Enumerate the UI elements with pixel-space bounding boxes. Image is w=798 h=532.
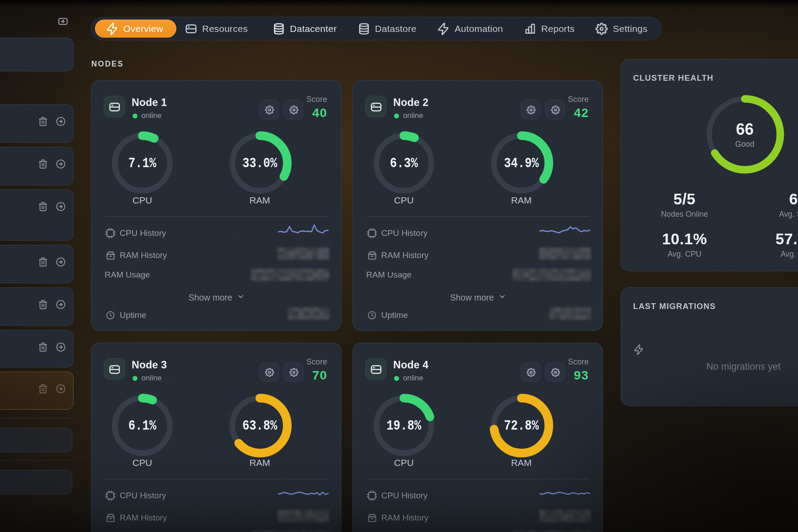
sidebar-item[interactable] — [0, 245, 74, 283]
arrow-right-circle-icon[interactable] — [55, 257, 66, 267]
trash-icon[interactable] — [38, 299, 48, 310]
node-settings-button[interactable] — [521, 362, 540, 382]
node-settings-button[interactable] — [521, 100, 540, 119]
sidebar-dropzone[interactable] — [0, 428, 72, 452]
meta-label: CPU History — [120, 228, 166, 238]
trash-icon[interactable] — [38, 159, 48, 169]
sidebar-item[interactable] — [0, 287, 74, 326]
node-card-3: Node 3onlineScore706.1%63.8%CPURAMCPU Hi… — [91, 343, 341, 532]
ram-usage-row: RAM Usage — [105, 270, 150, 280]
show-more-button[interactable]: Show more — [353, 293, 603, 303]
ram-icon — [366, 250, 378, 261]
zap-icon — [437, 22, 450, 35]
gauge-value: 63.8% — [233, 392, 287, 459]
uptime-row: Uptime — [366, 309, 408, 321]
tab-settings[interactable]: Settings — [585, 22, 657, 35]
cpu-history-sparkline — [278, 223, 329, 239]
arrow-right-circle-icon[interactable] — [55, 299, 66, 310]
cpu-history-sparkline — [539, 223, 591, 239]
meta-label: RAM Usage — [366, 270, 411, 280]
tab-label: Automation — [454, 23, 503, 34]
meta-label: RAM History — [381, 250, 429, 260]
cpu-gauge: 6.3% — [371, 130, 437, 196]
status-text: online — [403, 111, 423, 120]
score-label: Score — [568, 95, 589, 104]
gauge-value: 7.1% — [115, 130, 170, 196]
cpu-history-row: CPU History — [105, 227, 166, 239]
stat-label: Avg. CPU — [627, 250, 742, 259]
trash-icon[interactable] — [38, 383, 48, 394]
tab-reports[interactable]: Reports — [513, 22, 585, 35]
tab-overview[interactable]: Overview — [95, 20, 176, 38]
meta-label: Uptime — [120, 310, 146, 320]
blurred-value — [288, 307, 330, 320]
show-more-label: Show more — [450, 293, 494, 303]
sidebar-header-card — [0, 38, 74, 71]
cluster-health-panel: CLUSTER HEALTH 66 Good 5/5Nodes Online64… — [621, 59, 798, 271]
server-icon — [104, 96, 125, 117]
sidebar-item[interactable] — [0, 189, 74, 241]
ram-gauge: 34.9% — [488, 130, 555, 196]
arrow-right-circle-icon[interactable] — [55, 383, 66, 394]
arrow-right-circle-icon[interactable] — [55, 201, 66, 212]
ram-icon — [105, 512, 116, 524]
node-settings-button[interactable] — [284, 100, 303, 119]
node-settings-button[interactable] — [545, 100, 565, 119]
node-settings-button[interactable] — [259, 362, 279, 382]
status-text: online — [141, 111, 161, 120]
arrow-right-circle-icon[interactable] — [55, 342, 66, 352]
zap-icon — [633, 344, 644, 355]
section-label: NODES — [91, 59, 124, 69]
chevron-down-icon — [237, 293, 245, 303]
sidebar-item-selected[interactable] — [0, 372, 74, 410]
stat-label: Avg. RAM — [740, 250, 798, 259]
divider — [105, 216, 328, 217]
meta-label: RAM History — [381, 513, 429, 523]
sidebar-collapse-icon[interactable] — [58, 16, 68, 27]
ram-gauge-label: RAM — [488, 458, 555, 468]
node-settings-button[interactable] — [259, 100, 279, 119]
trash-icon[interactable] — [38, 257, 48, 267]
divider — [367, 216, 590, 217]
ram-gauge: 72.8% — [488, 392, 555, 459]
node-title: Node 2 — [393, 97, 429, 109]
tab-datastore[interactable]: Datastore — [347, 22, 427, 35]
tab-resources[interactable]: Resources — [176, 22, 262, 35]
stat-value: 57.4% — [740, 230, 798, 248]
gauge-value: 19.8% — [377, 392, 431, 459]
health-stat: 57.4%Avg. RAM — [740, 230, 798, 259]
node-card-2: Node 2onlineScore426.3%34.9%CPURAMCPU Hi… — [352, 80, 603, 331]
sidebar-item[interactable] — [0, 330, 74, 368]
sidebar-item[interactable] — [0, 104, 74, 143]
online-dot-icon — [133, 376, 137, 381]
tab-label: Reports — [541, 23, 575, 34]
meta-label: CPU History — [120, 491, 166, 501]
blurred-value — [549, 307, 591, 320]
node-settings-button[interactable] — [545, 362, 565, 382]
trash-icon[interactable] — [38, 116, 48, 127]
node-status: online — [133, 111, 161, 120]
arrow-right-circle-icon[interactable] — [55, 159, 66, 169]
tab-automation[interactable]: Automation — [426, 22, 513, 35]
health-stat: 10.1%Avg. CPU — [627, 230, 742, 259]
clock-icon — [105, 309, 116, 321]
meta-label: RAM Usage — [105, 270, 150, 280]
cpu-gauge-label: CPU — [371, 195, 437, 206]
sidebar-item[interactable] — [0, 147, 74, 185]
stat-label: Avg. Score — [740, 210, 798, 219]
node-status: online — [133, 374, 161, 383]
tab-datacenter[interactable]: Datacenter — [262, 22, 347, 35]
node-settings-button[interactable] — [284, 362, 303, 382]
trash-icon[interactable] — [38, 342, 48, 352]
show-more-button[interactable]: Show more — [91, 293, 342, 303]
arrow-right-circle-icon[interactable] — [55, 116, 66, 127]
sidebar-divider — [0, 418, 74, 419]
score-value: 40 — [312, 106, 327, 120]
divider — [105, 479, 328, 479]
cpu-gauge-label: CPU — [109, 458, 176, 468]
server-icon — [184, 22, 198, 35]
sidebar-dropzone[interactable] — [0, 470, 72, 494]
trash-icon[interactable] — [38, 201, 48, 212]
bar-chart-icon — [524, 22, 537, 35]
ram-gauge-label: RAM — [227, 195, 293, 206]
